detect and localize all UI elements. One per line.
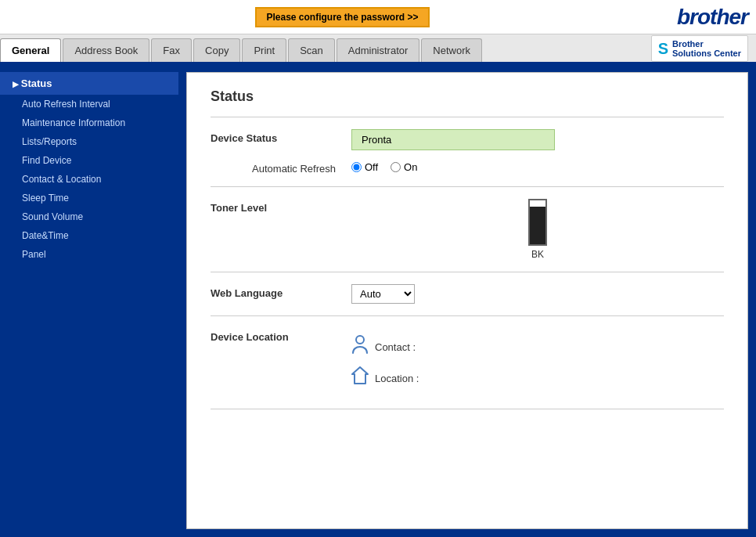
brother-logo: brother: [677, 5, 748, 30]
toner-container: BK: [351, 199, 724, 260]
tab-address-book[interactable]: Address Book: [63, 38, 149, 62]
location-label: Location :: [375, 373, 419, 384]
divider-toner: [211, 186, 724, 187]
tab-copy[interactable]: Copy: [193, 38, 240, 62]
radio-off-option[interactable]: Off: [351, 161, 378, 173]
content-inner: Status Device Status Pronta Automatic Re…: [187, 73, 747, 437]
automatic-refresh-label: Automatic Refresh: [211, 160, 351, 175]
divider-location: [211, 315, 724, 316]
brother-solutions-center[interactable]: S BrotherSolutions Center: [651, 35, 748, 62]
radio-off-input[interactable]: [351, 162, 362, 172]
sidebar: Status Auto Refresh Interval Maintenance…: [0, 64, 178, 537]
radio-on-label: On: [404, 161, 417, 173]
web-language-select[interactable]: Auto English French German Spanish: [351, 284, 415, 304]
divider-bottom: [211, 409, 724, 409]
toner-bk-label: BK: [531, 249, 544, 260]
automatic-refresh-row: Automatic Refresh Off On: [211, 160, 724, 175]
tab-administrator[interactable]: Administrator: [337, 38, 420, 62]
automatic-refresh-value: Off On: [351, 160, 724, 173]
sidebar-item-panel[interactable]: Panel: [0, 245, 178, 264]
tab-general[interactable]: General: [0, 38, 61, 62]
content-area: Status Device Status Pronta Automatic Re…: [186, 72, 748, 529]
location-row: Location :: [351, 366, 724, 391]
refresh-radio-group: Off On: [351, 160, 724, 173]
device-location-label: Device Location: [211, 328, 351, 343]
tab-list: General Address Book Fax Copy Print Scan…: [0, 38, 643, 62]
toner-level-value: BK: [351, 199, 724, 260]
device-status-row: Device Status Pronta: [211, 129, 724, 150]
toner-level-label: Toner Level: [211, 199, 351, 214]
device-status-value-container: Pronta: [351, 129, 724, 150]
main-layout: Status Auto Refresh Interval Maintenance…: [0, 64, 756, 537]
sidebar-item-auto-refresh[interactable]: Auto Refresh Interval: [0, 95, 178, 114]
tab-print[interactable]: Print: [242, 38, 286, 62]
tab-fax[interactable]: Fax: [151, 38, 192, 62]
device-location-row: Device Location Contact :: [211, 328, 724, 397]
sidebar-item-maintenance[interactable]: Maintenance Information: [0, 114, 178, 132]
sidebar-item-sleep-time[interactable]: Sleep Time: [0, 189, 178, 207]
tab-scan[interactable]: Scan: [288, 38, 335, 62]
web-language-label: Web Language: [211, 284, 351, 299]
web-language-value: Auto English French German Spanish: [351, 284, 724, 304]
device-status-box: Pronta: [351, 129, 555, 150]
sidebar-item-sound-volume[interactable]: Sound Volume: [0, 207, 178, 226]
solutions-icon: S: [658, 40, 668, 58]
sidebar-item-find-device[interactable]: Find Device: [0, 151, 178, 170]
sidebar-item-contact-location[interactable]: Contact & Location: [0, 170, 178, 189]
top-banner: Please configure the password >> brother: [0, 0, 756, 34]
device-status-label: Device Status: [211, 129, 351, 144]
tab-network[interactable]: Network: [421, 38, 482, 62]
sidebar-item-status[interactable]: Status: [0, 72, 178, 95]
tab-bar: General Address Book Fax Copy Print Scan…: [0, 34, 756, 64]
contact-row: Contact :: [351, 334, 724, 359]
sidebar-item-date-time[interactable]: Date&Time: [0, 226, 178, 245]
sidebar-item-lists-reports[interactable]: Lists/Reports: [0, 132, 178, 151]
toner-bar-inner: [530, 207, 545, 244]
radio-on-option[interactable]: On: [391, 161, 417, 173]
contact-label: Contact :: [375, 341, 416, 353]
web-language-row: Web Language Auto English French German …: [211, 284, 724, 304]
svg-marker-1: [352, 367, 368, 384]
contact-icon: [351, 334, 369, 359]
radio-off-label: Off: [365, 161, 378, 173]
radio-on-input[interactable]: [391, 162, 401, 172]
toner-bar-outer: [528, 199, 547, 246]
configure-password-button[interactable]: Please configure the password >>: [255, 7, 429, 27]
location-house-icon: [351, 366, 369, 391]
divider-lang: [211, 272, 724, 272]
device-location-value: Contact : Location :: [351, 328, 724, 397]
divider-top: [211, 117, 724, 117]
svg-point-0: [356, 336, 364, 344]
solutions-label: BrotherSolutions Center: [672, 39, 741, 58]
page-title: Status: [211, 88, 724, 105]
toner-level-row: Toner Level BK: [211, 199, 724, 260]
